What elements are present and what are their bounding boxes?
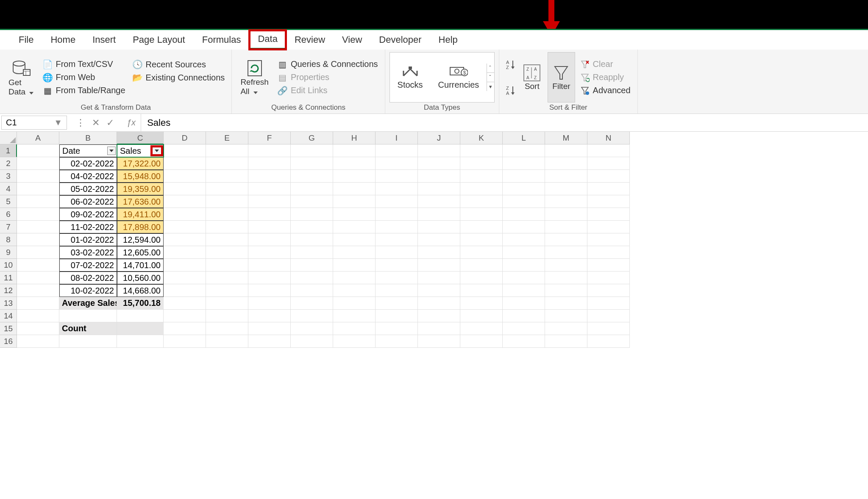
cell[interactable]: [503, 297, 545, 310]
cell[interactable]: [503, 335, 545, 348]
tab-help[interactable]: Help: [430, 31, 466, 49]
cell[interactable]: [333, 221, 376, 233]
cell[interactable]: [333, 233, 376, 246]
cell[interactable]: [460, 195, 503, 208]
cell[interactable]: [376, 284, 418, 297]
cell[interactable]: [17, 221, 59, 233]
data-types-up[interactable]: ˆ: [487, 64, 494, 73]
cell-sales[interactable]: 14,668.00: [117, 284, 164, 297]
sort-asc-button[interactable]: AZ: [504, 59, 516, 70]
cell[interactable]: [418, 183, 460, 195]
cell[interactable]: [248, 208, 291, 221]
cell[interactable]: [418, 272, 460, 284]
cell[interactable]: [418, 259, 460, 272]
cell[interactable]: [291, 157, 333, 170]
cell[interactable]: [545, 233, 587, 246]
cell[interactable]: [206, 310, 248, 322]
cell[interactable]: [418, 170, 460, 183]
cell[interactable]: [545, 297, 587, 310]
cell-date[interactable]: 05-02-2022: [59, 183, 117, 195]
cell[interactable]: [503, 272, 545, 284]
cell-date[interactable]: 02-02-2022: [59, 157, 117, 170]
cell[interactable]: [164, 233, 206, 246]
cell[interactable]: [291, 246, 333, 259]
cell[interactable]: [206, 208, 248, 221]
cell[interactable]: [17, 233, 59, 246]
cell[interactable]: [587, 208, 630, 221]
cell[interactable]: [418, 195, 460, 208]
cell[interactable]: [164, 310, 206, 322]
cell[interactable]: [333, 195, 376, 208]
cell[interactable]: [206, 259, 248, 272]
cell[interactable]: [503, 195, 545, 208]
data-types-more[interactable]: ▾: [487, 82, 494, 91]
cell[interactable]: [333, 144, 376, 157]
cell[interactable]: [545, 322, 587, 335]
properties-button[interactable]: ▤Properties: [275, 72, 381, 83]
cell-count-value[interactable]: [117, 322, 164, 335]
cell[interactable]: [117, 335, 164, 348]
cell[interactable]: [291, 335, 333, 348]
cell[interactable]: [418, 284, 460, 297]
row-4[interactable]: 4: [0, 183, 17, 195]
fx-icon[interactable]: ƒx: [122, 114, 141, 131]
cell[interactable]: [248, 183, 291, 195]
cell[interactable]: [59, 310, 117, 322]
cell[interactable]: [376, 335, 418, 348]
cell[interactable]: [545, 183, 587, 195]
cell[interactable]: [418, 297, 460, 310]
col-C[interactable]: C: [117, 132, 164, 144]
col-I[interactable]: I: [376, 132, 418, 144]
from-web-button[interactable]: 🌐From Web: [40, 72, 128, 83]
cell[interactable]: [376, 195, 418, 208]
cell[interactable]: [460, 310, 503, 322]
tab-home[interactable]: Home: [42, 31, 84, 49]
tab-page-layout[interactable]: Page Layout: [124, 31, 194, 49]
cell[interactable]: [587, 259, 630, 272]
clear-filter-button[interactable]: Clear: [578, 58, 633, 70]
cell[interactable]: [503, 208, 545, 221]
cell-sales[interactable]: 17,322.00: [117, 157, 164, 170]
cell[interactable]: [206, 144, 248, 157]
row-12[interactable]: 12: [0, 284, 17, 297]
cell-date[interactable]: 03-02-2022: [59, 246, 117, 259]
cell-count-label[interactable]: Count: [59, 322, 117, 335]
cell[interactable]: [17, 297, 59, 310]
row-1[interactable]: 1: [0, 144, 17, 157]
cell[interactable]: [248, 297, 291, 310]
cell[interactable]: [333, 284, 376, 297]
cell[interactable]: [460, 259, 503, 272]
cell[interactable]: [17, 272, 59, 284]
col-B[interactable]: B: [59, 132, 117, 144]
cell[interactable]: [418, 221, 460, 233]
cell[interactable]: [206, 284, 248, 297]
cell[interactable]: [418, 233, 460, 246]
cell[interactable]: [248, 170, 291, 183]
cell[interactable]: [545, 144, 587, 157]
cell[interactable]: [17, 195, 59, 208]
cell[interactable]: [333, 335, 376, 348]
cell[interactable]: [248, 221, 291, 233]
cell-sales[interactable]: 10,560.00: [117, 272, 164, 284]
cell[interactable]: [248, 144, 291, 157]
col-M[interactable]: M: [545, 132, 587, 144]
cell[interactable]: [333, 310, 376, 322]
cell[interactable]: [164, 246, 206, 259]
cell-B1-date-header[interactable]: Date: [59, 144, 117, 157]
cell-sales[interactable]: 17,636.00: [117, 195, 164, 208]
cell[interactable]: [503, 183, 545, 195]
cell[interactable]: [206, 297, 248, 310]
cell[interactable]: [291, 310, 333, 322]
row-16[interactable]: 16: [0, 335, 17, 348]
cell[interactable]: [545, 170, 587, 183]
cell[interactable]: [291, 208, 333, 221]
cell[interactable]: [587, 144, 630, 157]
cell[interactable]: [291, 195, 333, 208]
cell[interactable]: [291, 144, 333, 157]
cell[interactable]: [545, 221, 587, 233]
cell[interactable]: [545, 335, 587, 348]
cell-date[interactable]: 06-02-2022: [59, 195, 117, 208]
cell[interactable]: [206, 272, 248, 284]
cell[interactable]: [376, 246, 418, 259]
cell[interactable]: [376, 221, 418, 233]
